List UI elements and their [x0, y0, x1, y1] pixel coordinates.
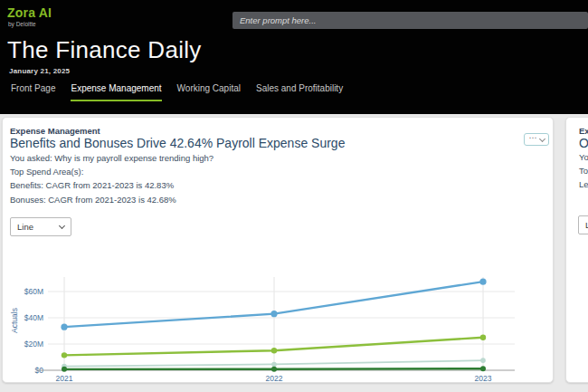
brand-name: Zora AI — [7, 5, 52, 20]
adjacent-card: Exp Op You Top Leg Li — [565, 117, 588, 383]
tab-bar: Front PageExpense ManagementWorking Capi… — [11, 83, 343, 101]
svg-text:Actuals: Actuals — [10, 308, 19, 333]
chevron-down-icon — [59, 223, 65, 229]
card-summary-line: You asked: Why is my payroll expense tre… — [10, 151, 213, 165]
content-area: Expense Management ⋯ Benefits and Bonuse… — [0, 114, 588, 392]
prompt-input[interactable] — [232, 12, 588, 29]
page-date: January 21, 2025 — [9, 67, 70, 75]
card-summary: You asked: Why is my payroll expense tre… — [10, 151, 213, 206]
svg-text:2021: 2021 — [56, 374, 73, 383]
expense-management-card: Expense Management ⋯ Benefits and Bonuse… — [2, 117, 554, 383]
brand-byline: by Deloitte — [8, 21, 36, 27]
page-title: The Finance Daily — [7, 36, 202, 64]
chart-type-select[interactable]: Li — [578, 215, 588, 234]
chart-type-select[interactable]: Line — [10, 217, 71, 236]
svg-text:$20M: $20M — [24, 339, 43, 349]
tab-expense-management[interactable]: Expense Management — [71, 83, 161, 101]
tab-front-page[interactable]: Front Page — [11, 83, 55, 101]
svg-text:$60M: $60M — [24, 287, 43, 296]
svg-text:2023: 2023 — [475, 374, 492, 383]
card-headline: Op — [579, 136, 588, 150]
card-summary-line: You — [579, 152, 588, 162]
card-category: Expense Management — [10, 126, 100, 136]
card-summary-line: Top Spend Area(s): — [10, 165, 213, 178]
svg-text:$40M: $40M — [24, 313, 43, 322]
card-menu-button[interactable]: ⋯ — [524, 133, 549, 146]
ellipsis-icon: ⋯ — [529, 134, 537, 142]
payroll-trend-chart: $0$20M$40M$60M202120222023Actuals — [3, 261, 555, 384]
chevron-down-icon — [538, 135, 545, 141]
card-summary-line: Benefits: CAGR from 2021-2023 is 42.83% — [10, 178, 213, 192]
tab-sales-and-profitability[interactable]: Sales and Profitability — [256, 83, 343, 101]
card-summary-line: Top — [579, 166, 588, 176]
card-summary-line: Bonuses: CAGR from 2021-2023 is 42.68% — [10, 193, 213, 206]
top-header: Zora AI by Deloitte The Finance Daily Ja… — [0, 0, 588, 114]
svg-text:2022: 2022 — [266, 374, 283, 383]
chart-type-value: Line — [17, 222, 33, 232]
card-category: Exp — [579, 126, 588, 136]
card-headline: Benefits and Bonuses Drive 42.64% Payrol… — [10, 136, 345, 150]
card-summary-line: Leg — [579, 179, 588, 189]
tab-working-capital[interactable]: Working Capital — [177, 83, 241, 101]
